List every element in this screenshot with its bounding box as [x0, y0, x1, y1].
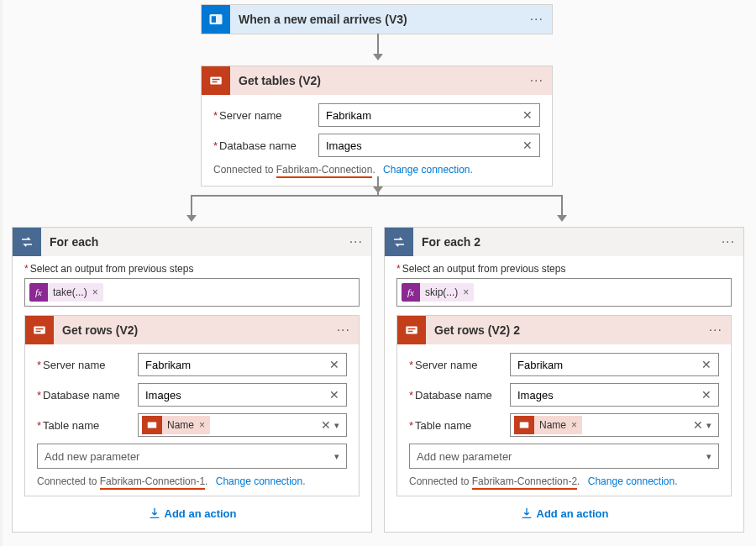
chevron-down-icon[interactable]: ▾ [333, 420, 341, 431]
svg-rect-3 [213, 79, 220, 81]
database-name-input[interactable]: ✕ [510, 383, 719, 407]
chevron-down-icon[interactable]: ▾ [706, 451, 711, 462]
foreach-title: For each [50, 235, 349, 249]
svg-rect-10 [408, 328, 416, 330]
connection-name: Fabrikam-Connection [276, 164, 373, 178]
svg-rect-8 [148, 423, 157, 428]
remove-token-icon[interactable]: × [91, 286, 103, 298]
database-name-label: Database name [409, 389, 510, 402]
clear-icon[interactable]: ✕ [691, 418, 705, 432]
more-icon[interactable]: ··· [349, 234, 363, 249]
add-action-button[interactable]: Add an action [13, 500, 371, 523]
svg-rect-9 [406, 327, 417, 334]
change-connection-link[interactable]: Change connection. [383, 164, 473, 176]
get-rows-title: Get rows (V2) [62, 323, 337, 337]
more-icon[interactable]: ··· [530, 12, 543, 27]
table-name-input[interactable]: Name × ✕ ▾ [510, 413, 719, 437]
add-parameter-dropdown[interactable]: Add new parameter ▾ [409, 444, 719, 469]
server-name-label: Server name [409, 359, 510, 371]
select-output-input[interactable]: fx skip(...) × [396, 278, 732, 307]
add-parameter-dropdown[interactable]: Add new parameter ▾ [37, 444, 347, 469]
foreach-icon [385, 228, 413, 256]
svg-rect-2 [210, 77, 222, 85]
trigger-title: When a new email arrives (V3) [239, 13, 530, 26]
outlook-icon [202, 5, 230, 34]
remove-token-icon[interactable]: × [570, 419, 582, 431]
foreach-icon [13, 228, 41, 256]
connection-name: Fabrikam-Connection-1 [100, 475, 205, 490]
svg-rect-4 [213, 81, 218, 83]
remove-token-icon[interactable]: × [197, 419, 210, 431]
chevron-down-icon[interactable]: ▾ [334, 451, 339, 462]
svg-rect-6 [36, 328, 44, 330]
get-tables-title: Get tables (V2) [239, 74, 530, 87]
sql-icon [397, 316, 426, 344]
fx-token[interactable]: fx take(...) × [29, 283, 103, 302]
table-token[interactable]: Name × [142, 416, 210, 434]
server-name-label: Server name [213, 109, 318, 122]
foreach-2-title: For each 2 [422, 235, 722, 249]
sql-icon [514, 416, 534, 434]
more-icon[interactable]: ··· [530, 73, 543, 88]
clear-icon[interactable]: ✕ [319, 418, 333, 432]
database-name-label: Database name [213, 139, 318, 152]
database-name-input[interactable]: ✕ [138, 383, 347, 407]
table-token[interactable]: Name × [514, 416, 582, 434]
get-rows-2-title: Get rows (V2) 2 [434, 323, 709, 337]
select-output-input[interactable]: fx take(...) × [24, 278, 360, 307]
server-name-input[interactable]: ✕ [318, 103, 540, 127]
more-icon[interactable]: ··· [337, 323, 350, 338]
remove-token-icon[interactable]: × [461, 286, 474, 298]
more-icon[interactable]: ··· [709, 323, 722, 338]
fx-icon: fx [402, 283, 420, 302]
fx-icon: fx [29, 283, 48, 302]
clear-icon[interactable]: ✕ [700, 388, 713, 402]
clear-icon[interactable]: ✕ [328, 388, 341, 402]
select-output-label: Select an output from previous steps [396, 263, 732, 275]
add-action-button[interactable]: Add an action [385, 500, 743, 523]
svg-rect-7 [36, 331, 41, 333]
table-name-label: Table name [37, 419, 138, 432]
clear-icon[interactable]: ✕ [521, 108, 534, 122]
foreach-card: For each ··· Select an output from previ… [12, 227, 372, 533]
clear-icon[interactable]: ✕ [328, 358, 341, 371]
more-icon[interactable]: ··· [722, 234, 735, 249]
database-name-label: Database name [37, 389, 138, 402]
sql-icon [142, 416, 162, 434]
sql-icon [25, 316, 54, 344]
clear-icon[interactable]: ✕ [521, 139, 534, 152]
svg-rect-11 [408, 331, 413, 333]
server-name-input[interactable]: ✕ [138, 353, 347, 376]
database-name-input[interactable]: ✕ [318, 134, 540, 157]
change-connection-link[interactable]: Change connection. [216, 475, 306, 487]
get-tables-card: Get tables (V2) ··· Server name ✕ Databa… [201, 66, 553, 186]
get-rows-2-card: Get rows (V2) 2 ··· Server name ✕ Databa… [396, 315, 732, 496]
svg-rect-1 [212, 16, 216, 23]
fx-token[interactable]: fx skip(...) × [402, 283, 474, 302]
svg-rect-12 [520, 423, 529, 428]
table-name-input[interactable]: Name × ✕ ▾ [138, 413, 347, 437]
select-output-label: Select an output from previous steps [24, 263, 360, 275]
change-connection-link[interactable]: Change connection. [588, 475, 678, 487]
table-name-label: Table name [409, 419, 510, 432]
trigger-card[interactable]: When a new email arrives (V3) ··· [201, 4, 553, 34]
connected-prefix: Connected to [213, 164, 276, 176]
connection-name: Fabrikam-Connection-2 [472, 475, 577, 490]
svg-rect-5 [34, 327, 45, 334]
chevron-down-icon[interactable]: ▾ [705, 420, 713, 431]
server-name-label: Server name [37, 359, 138, 371]
clear-icon[interactable]: ✕ [700, 358, 713, 371]
get-rows-card: Get rows (V2) ··· Server name ✕ Database… [24, 315, 360, 496]
sql-icon [202, 66, 230, 95]
server-name-input[interactable]: ✕ [510, 353, 719, 376]
foreach-2-card: For each 2 ··· Select an output from pre… [384, 227, 744, 533]
